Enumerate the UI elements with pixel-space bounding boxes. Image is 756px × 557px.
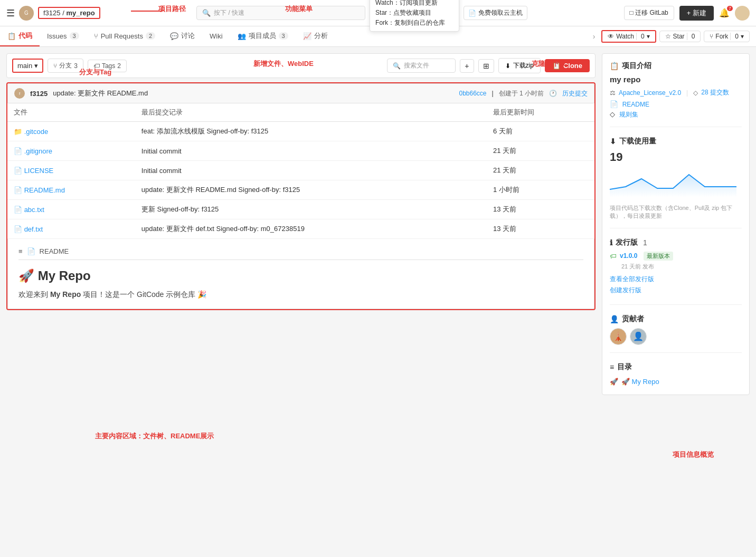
tags-btn[interactable]: 🏷 Tags 2 <box>88 60 127 72</box>
navbar-left: ☰ G f3125 / my_repo <box>6 6 100 21</box>
tab-pulls[interactable]: ⑂ Pull Requests 2 <box>87 26 163 46</box>
user-avatar[interactable] <box>735 6 750 21</box>
create-release-link[interactable]: 创建发行版 <box>610 286 742 295</box>
branch-name: main <box>17 62 32 70</box>
download-label: 下载zip <box>513 61 534 70</box>
star-btn[interactable]: ☆ Star 0 <box>659 31 701 42</box>
col-name: 文件 <box>7 103 135 122</box>
tab-issues[interactable]: Issues 3 <box>40 26 87 46</box>
download-count: 19 <box>610 150 742 164</box>
release-item: 🏷 v1.0.0 最新版本 <box>610 252 742 261</box>
clone-btn[interactable]: 📋 Clone <box>545 59 590 72</box>
toc-section: ≡ 目录 🚀 🚀 My Repo <box>610 362 742 387</box>
download-icon: ⬇ <box>505 62 511 70</box>
hamburger-icon[interactable]: ☰ <box>6 7 15 19</box>
download-icon2: ⬇ <box>610 137 616 146</box>
right-panel: 📋 项目介绍 my repo ⚖ Apache_License_v2.0 | ◇… <box>602 53 750 395</box>
search-file[interactable]: 🔍 搜索文件 <box>387 59 456 73</box>
branch-chevron: ▾ <box>34 62 38 70</box>
new-btn[interactable]: + 新建 <box>679 6 714 21</box>
table-row: 📁 .gitcode feat: 添加流水线模版 Signed-off-by: … <box>7 122 594 141</box>
rules-icon: ◇ <box>610 110 615 118</box>
readme-section: ≡ 📄 README 🚀 My Repo 欢迎来到 My Repo 项目！这是一… <box>7 239 594 309</box>
view-releases-link[interactable]: 查看全部发行版 <box>610 275 742 284</box>
rules-link[interactable]: 规则集 <box>619 111 638 118</box>
brand-logo: G <box>19 6 34 21</box>
clone-label: Clone <box>563 62 582 70</box>
bell-badge: 7 <box>727 6 733 11</box>
file-time: 6 天前 <box>487 122 594 141</box>
file-name[interactable]: LICENSE <box>24 167 54 175</box>
tab-analysis[interactable]: 📈 分析 <box>296 26 335 46</box>
file-name[interactable]: .gitignore <box>24 147 52 155</box>
star-count: 0 <box>687 33 695 40</box>
license-name[interactable]: Apache_License_v2.0 <box>619 89 681 97</box>
toc-item-myrepo[interactable]: 🚀 🚀 My Repo <box>610 376 742 387</box>
tab-pulls-badge: 2 <box>146 32 155 40</box>
breadcrumb-path[interactable]: f3125 / my_repo <box>38 7 100 19</box>
search-bar[interactable]: 🔍 按下 / 快速 <box>196 6 365 20</box>
fork-btn[interactable]: ⑂ Fork 0 ▾ <box>704 31 750 42</box>
webide-btn[interactable]: ⊞ <box>478 59 494 73</box>
file-name[interactable]: .gitcode <box>24 128 49 136</box>
contributor-avatar-2[interactable]: 👤 <box>630 328 647 345</box>
branches-label: 分支 <box>59 61 72 70</box>
commit-history[interactable]: 历史提交 <box>562 89 588 98</box>
tab-code-icon: 📋 <box>7 32 16 40</box>
fork-icon: ⑂ <box>710 33 713 40</box>
tab-pulls-label: Pull Requests <box>101 32 143 40</box>
search-icon: 🔍 <box>202 9 211 17</box>
download-zip-btn[interactable]: ⬇ 下载zip <box>498 58 541 73</box>
file-name[interactable]: abc.txt <box>24 206 44 214</box>
file-time: 13 天前 <box>487 219 594 239</box>
file-icon: 📁 <box>14 128 22 136</box>
branches-btn[interactable]: ⑂ 分支 3 <box>48 59 83 73</box>
tab-wiki[interactable]: Wiki <box>202 26 230 46</box>
col-commit: 最后提交记录 <box>135 103 487 122</box>
contributors-title: 👤 贡献者 <box>610 314 742 324</box>
readme-link[interactable]: README <box>622 101 649 108</box>
table-row: 📄 LICENSE Initial commit 21 天前 <box>7 161 594 180</box>
migrate-btn[interactable]: □ 迁移 GitLab <box>624 6 674 20</box>
watch-btn[interactable]: 👁 Watch 0 ▾ <box>601 30 656 43</box>
file-area: f f3125 update: 更新文件 README.md 0bb66cce … <box>6 82 596 310</box>
release-badge: 最新版本 <box>644 252 673 261</box>
file-commit: update: 更新文件 def.txt Signed-off-by: m0_6… <box>135 219 487 239</box>
file-time: 1 小时前 <box>487 180 594 200</box>
tab-code[interactable]: 📋 代码 <box>0 26 40 46</box>
star-label: Star <box>673 33 685 40</box>
download-desc: 项目代码总下载次数（含Clone、Pull及 zip 包下载），每日凌晨更新 <box>610 204 742 220</box>
file-table-header: 文件 最后提交记录 最后更新时间 <box>7 103 594 122</box>
tooltip-line2: Star：点赞收藏项目 <box>375 8 453 18</box>
navbar-right: □ 迁移 GitLab + 新建 🔔7 <box>624 6 750 21</box>
free-host-btn[interactable]: 📄 免费领取云主机 <box>464 6 527 20</box>
bell-icon[interactable]: 🔔7 <box>719 8 730 18</box>
tab-members-icon: 👥 <box>238 32 246 40</box>
commit-divider: | <box>686 89 688 97</box>
commit-count[interactable]: 28 提交数 <box>701 88 729 97</box>
contributor-avatar-1[interactable]: 🗼 <box>610 328 627 345</box>
file-table: 文件 最后提交记录 最后更新时间 📁 .gitcode feat: 添加流水线模… <box>7 103 594 239</box>
readme-header-label: README <box>40 247 69 255</box>
contributors-section: 👤 贡献者 🗼 👤 <box>610 314 742 353</box>
readme-menu-icon: ≡ <box>18 247 23 255</box>
add-file-btn[interactable]: + <box>460 59 474 73</box>
commit-author-avatar: f <box>14 88 25 99</box>
tab-members[interactable]: 👥 项目成员 3 <box>230 26 296 46</box>
file-time: 21 天前 <box>487 141 594 161</box>
table-row: 📄 def.txt update: 更新文件 def.txt Signed-of… <box>7 219 594 239</box>
table-row: 📄 README.md update: 更新文件 README.md Signe… <box>7 180 594 200</box>
branch-select[interactable]: main ▾ <box>12 59 43 73</box>
table-row: 📄 abc.txt 更新 Signed-off-by: f3125 13 天前 <box>7 200 594 219</box>
tab-discuss-icon: 💬 <box>170 32 178 40</box>
branch-icon: ⑂ <box>53 62 57 70</box>
tab-discuss[interactable]: 💬 讨论 <box>163 26 202 46</box>
tab-issues-badge: 3 <box>70 32 79 40</box>
star-icon: ☆ <box>665 33 671 40</box>
watch-chevron: ▾ <box>647 33 650 40</box>
file-name[interactable]: README.md <box>24 186 65 194</box>
release-section: ℹ 发行版 1 🏷 v1.0.0 最新版本 21 天前 发布 查看全部发行版 创… <box>610 238 742 305</box>
release-icon: ℹ <box>610 238 612 247</box>
tab-members-badge: 3 <box>279 32 288 40</box>
file-name[interactable]: def.txt <box>24 225 43 233</box>
